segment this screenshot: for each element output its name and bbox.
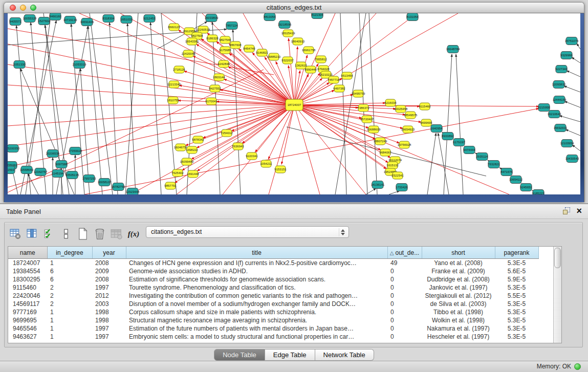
- graph-node-label: 1527602: [38, 19, 50, 23]
- delete-table-icon[interactable]: [92, 226, 107, 242]
- citation-edge-black: [564, 86, 580, 92]
- citation-edge-black: [427, 133, 436, 194]
- citation-edge-black: [456, 54, 463, 194]
- graph-node-label: 8186328: [206, 37, 219, 40]
- tab-network-table[interactable]: Network Table: [315, 349, 374, 361]
- citation-edge-black: [389, 191, 400, 194]
- tab-node-table[interactable]: Node Table: [214, 349, 265, 361]
- graph-node-label: 9513454: [341, 74, 353, 77]
- citation-edge-black: [71, 24, 84, 194]
- cell-short: Jankovic et al. (1997): [422, 283, 495, 292]
- graph-node-label: 9857791: [164, 184, 177, 187]
- citation-edge-black: [369, 13, 377, 194]
- graph-node-label: 25200350: [8, 147, 20, 150]
- citation-edge-black: [564, 101, 580, 107]
- new-table-icon[interactable]: [75, 226, 91, 242]
- column-header-year[interactable]: year: [92, 247, 126, 259]
- citation-edge-red: [196, 44, 294, 105]
- graph-node-label: 9245651: [520, 186, 532, 189]
- graph-node-label: 7955812: [315, 58, 327, 61]
- cell-out_de: 0: [387, 324, 422, 333]
- select-all-rows-icon[interactable]: [41, 226, 57, 242]
- cell-out_de: 0: [387, 275, 422, 283]
- cell-year: 2008: [92, 259, 126, 268]
- citation-edge-red: [191, 105, 294, 159]
- graph-node-label: 1054211: [260, 162, 273, 165]
- graph-node-label: 10719139: [63, 18, 77, 21]
- graph-node-label: 9322037: [281, 59, 294, 62]
- citation-edge-red: [269, 105, 294, 194]
- cell-name: 9463627: [8, 333, 47, 341]
- dropdown-stepper-icon: [339, 228, 346, 236]
- column-header-name[interactable]: name: [8, 247, 47, 259]
- minimize-window-icon[interactable]: [20, 5, 26, 11]
- citation-edge-black: [567, 71, 580, 77]
- table-scrollbar-thumb[interactable]: [554, 248, 561, 268]
- table-row[interactable]: 1456911722003Disruption of a novel membe…: [8, 300, 538, 308]
- cell-name: 9465546: [8, 324, 47, 333]
- graph-node-label: 8318304: [102, 17, 115, 20]
- column-header-short[interactable]: short: [422, 247, 495, 259]
- citation-edge-black: [565, 129, 580, 136]
- column-header-out_de[interactable]: △out_de...: [387, 247, 422, 259]
- graph-node-label: 2867608: [229, 43, 242, 47]
- graph-node-label: 391593: [8, 168, 15, 171]
- citation-network-canvas[interactable]: 8660123891295522260518982750881863289827…: [8, 13, 580, 194]
- close-window-icon[interactable]: [10, 5, 16, 11]
- graph-node-label: 9242848: [217, 62, 230, 65]
- cell-title: Embryonic stem cells: a model to study s…: [126, 333, 387, 341]
- graph-node-label: 18640910: [291, 40, 305, 43]
- close-panel-icon[interactable]: ×: [576, 207, 582, 214]
- function-builder-icon[interactable]: f(x): [126, 226, 141, 242]
- cell-name: 9699695: [8, 316, 47, 324]
- table-row[interactable]: 911546021997Tourette syndrome. Phenomeno…: [8, 283, 538, 292]
- cell-out_de: 0: [387, 308, 422, 316]
- graph-node-label: 30691406: [80, 20, 94, 24]
- table-row[interactable]: 1830029562008Estimation of significance …: [8, 275, 538, 283]
- cell-pagerank: 5.6E-5: [495, 267, 538, 275]
- cell-title: Disruption of a novel member of a sodium…: [126, 300, 387, 308]
- clear-selection-icon[interactable]: [58, 226, 74, 242]
- graph-node-label: 7857224: [226, 24, 238, 27]
- float-panel-icon[interactable]: [563, 207, 570, 214]
- graph-node-label: 10025458: [394, 107, 408, 111]
- cell-out_de: 0: [387, 267, 422, 275]
- table-scrollbar[interactable]: [553, 247, 561, 343]
- citation-edge-red: [294, 105, 366, 194]
- graph-node-label: 16782759: [112, 185, 125, 188]
- table-row[interactable]: 946554611997Estimation of the future num…: [8, 324, 538, 333]
- graph-node-label: 16033809: [205, 16, 219, 19]
- table-settings-icon[interactable]: [8, 226, 23, 242]
- cell-in_degree: 2: [47, 300, 92, 308]
- graph-node-label: 18549575: [404, 114, 418, 117]
- memory-ok-icon[interactable]: [574, 363, 581, 370]
- window-titlebar[interactable]: citations_edges.txt: [4, 2, 584, 13]
- table-row[interactable]: 969969511998Structural magnetic resonanc…: [8, 316, 538, 324]
- graph-node-label: 12923448: [126, 190, 140, 193]
- column-header-in_degree[interactable]: in_degree: [47, 247, 92, 259]
- cell-in_degree: 2: [47, 283, 92, 292]
- cell-pagerank: 5.3E-5: [495, 283, 538, 292]
- graph-node-label: 13505135: [66, 173, 79, 177]
- zoom-window-icon[interactable]: [30, 5, 36, 11]
- cell-pagerank: 5.3E-5: [495, 259, 538, 268]
- cell-short: Nakamura et al. (1997): [422, 324, 495, 333]
- select-column-icon[interactable]: [25, 226, 40, 242]
- table-row[interactable]: 977716911998Corpus callosum shape and si…: [8, 308, 538, 316]
- graph-node-label: 12103954: [560, 142, 574, 145]
- table-row[interactable]: 1872400712008Changes of HCN gene express…: [8, 259, 538, 268]
- table-row[interactable]: 1938455462009Genome-wide association stu…: [8, 267, 538, 275]
- cell-pagerank: 5.3E-5: [495, 324, 538, 333]
- graph-node-label: 1362615: [295, 64, 307, 67]
- graph-node-label: 2935114: [476, 155, 489, 158]
- table-selector-dropdown[interactable]: citations_edges.txt: [146, 226, 349, 238]
- graph-node-label: 15751074: [565, 39, 579, 42]
- graph-node-label: 12444159: [553, 98, 567, 101]
- column-header-pagerank[interactable]: pagerank: [495, 247, 538, 259]
- table-row[interactable]: 946362711997Embryonic stem cells: a mode…: [8, 333, 538, 341]
- cell-in_degree: 1: [47, 259, 92, 268]
- tab-edge-table[interactable]: Edge Table: [265, 349, 315, 361]
- graph-node-label: 2051330: [13, 63, 26, 66]
- column-header-title[interactable]: title: [126, 247, 387, 259]
- table-row[interactable]: 2242004622012Investigating the contribut…: [8, 292, 538, 300]
